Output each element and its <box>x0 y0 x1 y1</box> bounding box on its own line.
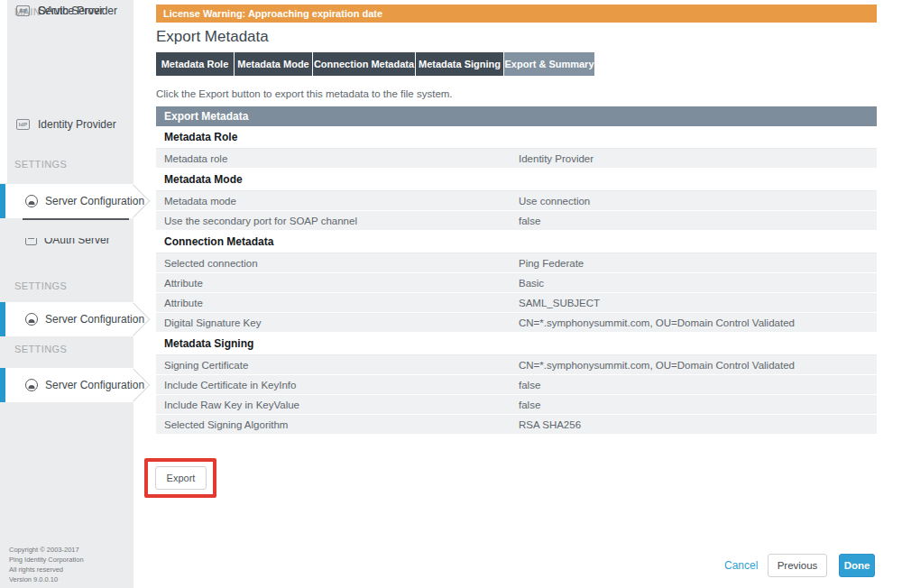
row-value: RSA SHA256 <box>519 419 877 430</box>
tab-metadata-mode[interactable]: Metadata Mode <box>235 52 312 76</box>
table-row: Include Certificate in KeyInfofalse <box>156 375 877 394</box>
row-label: Selected connection <box>156 258 519 269</box>
table-row: Metadata modeUse connection <box>156 191 877 210</box>
server-configuration-icon <box>25 313 38 326</box>
active-indicator-bar <box>0 184 5 218</box>
row-value: false <box>519 380 877 390</box>
sidebar-item-oauth-server-clipped[interactable]: OAuth Server <box>25 238 124 249</box>
row-label: Include Certificate in KeyInfo <box>156 380 519 390</box>
row-value: SAML_SUBJECT <box>519 298 877 308</box>
row-value: Basic <box>519 278 877 289</box>
section-header: Metadata Mode <box>156 169 877 191</box>
sidebar-item-label: Server Configuration <box>45 313 144 326</box>
row-label: Signing Certificate <box>156 360 519 371</box>
active-indicator-bar <box>0 302 5 336</box>
copyright-line: Ping Identity Corporation <box>9 555 84 565</box>
copyright-line: All rights reserved <box>9 565 84 574</box>
oauth-server-small-icon <box>25 238 37 245</box>
section-header: Metadata Role <box>156 126 877 149</box>
tab-connection-metadata[interactable]: Connection Metadata <box>313 52 415 76</box>
table-row: AttributeSAML_SUBJECT <box>156 293 877 312</box>
row-value: CN=*.symphonysummit.com, OU=Domain Contr… <box>519 317 877 328</box>
sidebar-item-server-configuration[interactable]: Server Configuration <box>0 184 133 218</box>
row-value: false <box>519 400 877 410</box>
sidebar-section-settings-label: SETTINGS <box>14 280 67 291</box>
row-label: Attribute <box>156 278 519 289</box>
table-row: Selected connectionPing Federate <box>156 253 877 272</box>
oauth-server-icon: AS <box>16 5 30 16</box>
row-label: Digital Signature Key <box>156 317 519 328</box>
row-value: false <box>519 216 877 226</box>
table-row: Digital Signature KeyCN=*.symphonysummit… <box>156 313 877 332</box>
pingfederate-admin-window: MAIN IdP Identity Provider SP Service Pr… <box>0 0 902 588</box>
table-row: Use the secondary port for SOAP channelf… <box>156 211 877 230</box>
section-header: Metadata Signing <box>156 333 877 355</box>
row-label: Include Raw Key in KeyValue <box>156 400 519 410</box>
summary-table: Metadata RoleMetadata roleIdentity Provi… <box>156 126 877 435</box>
row-label: Metadata mode <box>156 196 519 207</box>
row-label: Attribute <box>156 298 519 308</box>
row-value: CN=*.symphonysummit.com, OU=Domain Contr… <box>519 360 877 371</box>
tab-export-summary[interactable]: Export & Summary <box>504 52 594 76</box>
sidebar-item-label: Server Configuration <box>45 195 144 207</box>
export-button[interactable]: Export <box>155 466 207 490</box>
copyright-notice: Copyright © 2003-2017 Ping Identity Corp… <box>9 545 84 584</box>
table-row: AttributeBasic <box>156 273 877 292</box>
sidebar-item-label: OAuth Server <box>38 5 104 17</box>
row-label: Selected Signing Algorithm <box>156 419 519 430</box>
sidebar-item-label: Identity Provider <box>38 118 116 131</box>
row-value: Identity Provider <box>519 153 877 164</box>
sidebar-item-server-configuration[interactable]: Server Configuration <box>0 368 133 402</box>
page-title: Export Metadata <box>156 28 269 46</box>
server-configuration-icon <box>25 195 38 207</box>
row-label: Metadata role <box>156 153 519 164</box>
sidebar: MAIN IdP Identity Provider SP Service Pr… <box>0 0 133 588</box>
section-header: Connection Metadata <box>156 231 877 253</box>
table-row: Metadata roleIdentity Provider <box>156 149 877 168</box>
server-configuration-icon <box>25 379 38 391</box>
row-value: Ping Federate <box>519 258 877 269</box>
row-value: Use connection <box>519 196 877 207</box>
clipped-row-artifact <box>23 218 129 220</box>
sidebar-section-settings-label: SETTINGS <box>14 159 67 170</box>
sidebar-item-server-configuration[interactable]: Server Configuration <box>0 302 133 336</box>
license-warning-banner: License Warning: Approaching expiration … <box>156 5 877 23</box>
active-indicator-bar <box>0 368 5 402</box>
table-row: Signing CertificateCN=*.symphonysummit.c… <box>156 355 877 374</box>
row-label: Use the secondary port for SOAP channel <box>156 216 519 226</box>
previous-button[interactable]: Previous <box>768 554 827 577</box>
cancel-link[interactable]: Cancel <box>724 559 758 572</box>
sidebar-edge-artifact <box>0 0 7 183</box>
wizard-tabs: Metadata RoleMetadata ModeConnection Met… <box>156 52 594 76</box>
sidebar-item-label: OAuth Server <box>44 238 110 246</box>
sidebar-item-label: Server Configuration <box>45 379 144 391</box>
sidebar-item-oauth-server[interactable]: AS OAuth Server <box>16 0 104 22</box>
sidebar-section-settings-label: SETTINGS <box>14 344 67 354</box>
summary-table-header: Export Metadata <box>156 106 877 126</box>
table-row: Selected Signing AlgorithmRSA SHA256 <box>156 415 877 434</box>
table-row: Include Raw Key in KeyValuefalse <box>156 395 877 414</box>
copyright-line: Version 9.0.0.10 <box>9 574 84 584</box>
tab-metadata-role[interactable]: Metadata Role <box>156 52 234 76</box>
tab-metadata-signing[interactable]: Metadata Signing <box>416 52 503 76</box>
sidebar-item-identity-provider[interactable]: IdP Identity Provider <box>16 114 116 135</box>
instruction-text: Click the Export button to export this m… <box>156 88 453 99</box>
copyright-line: Copyright © 2003-2017 <box>9 545 84 555</box>
done-button[interactable]: Done <box>839 554 875 577</box>
identity-provider-icon: IdP <box>16 119 30 130</box>
